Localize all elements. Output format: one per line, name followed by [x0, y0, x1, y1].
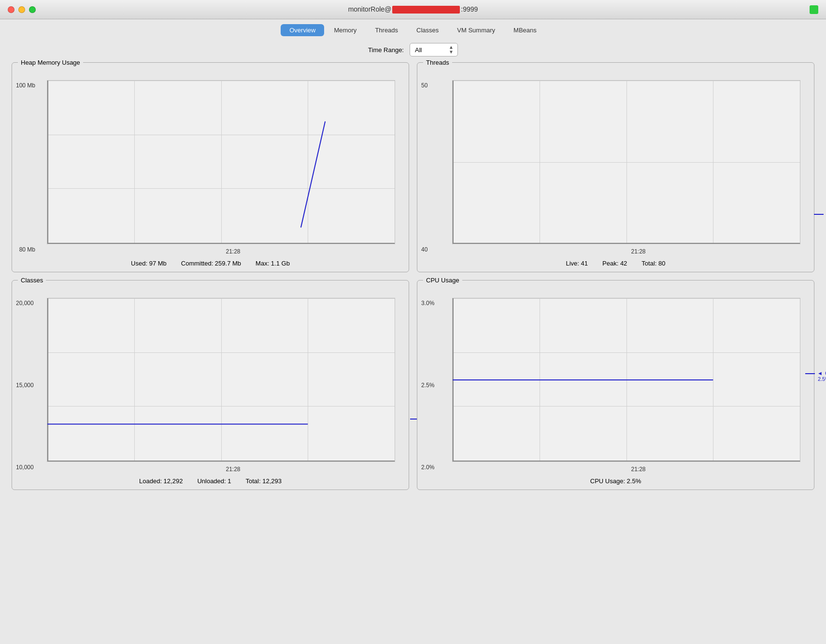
tab-mbeans[interactable]: MBeans: [505, 24, 545, 36]
cpu-summary: CPU Usage: 2.5%: [417, 473, 814, 490]
minimize-button[interactable]: [18, 6, 25, 13]
timerange-select[interactable]: All ▲ ▼: [410, 43, 458, 56]
c-grid-h-bot: [47, 462, 395, 462]
t-grid-v-3: [713, 81, 713, 244]
tab-memory[interactable]: Memory: [325, 24, 365, 36]
threads-wrapper: 50 40 ◄ Live threads: [417, 63, 814, 255]
tab-threads[interactable]: Threads: [366, 24, 407, 36]
timerange-value: All: [415, 46, 446, 54]
grid-h-bottom: [47, 244, 395, 244]
t-grid-v-1: [540, 81, 540, 244]
threads-panel: Threads 50 40: [417, 62, 814, 272]
timerange-arrows: ▲ ▼: [449, 45, 454, 55]
window-controls: [8, 6, 36, 13]
heap-summary: Used: 97 Mb Committed: 259.7 Mb Max: 1.1…: [12, 255, 409, 272]
classes-title: Classes: [18, 277, 46, 284]
threads-summary: Live: 41 Peak: 42 Total: 80: [417, 255, 814, 272]
tab-classes[interactable]: Classes: [408, 24, 447, 36]
classes-summary: Loaded: 12,292 Unloaded: 1 Total: 12,293: [12, 473, 409, 490]
classes-wrapper: 20,000 15,000 10,000: [12, 280, 409, 473]
tab-overview[interactable]: Overview: [281, 24, 324, 36]
heap-memory-wrapper: 100 Mb 80 Mb: [12, 63, 409, 255]
status-icon: [810, 5, 818, 14]
t-grid-v-2: [627, 81, 627, 244]
svg-line-0: [301, 122, 325, 228]
threads-x-axis: 21:28: [446, 248, 806, 255]
heap-memory-panel: Heap Memory Usage 100 Mb 80 Mb: [12, 62, 409, 272]
threads-chart-area: ◄ Live threads 41: [452, 80, 800, 244]
cpu-x-axis: 21:28: [446, 466, 806, 473]
titlebar: monitorRole@:9999: [0, 0, 826, 19]
threads-data-label: ◄ Live threads 41: [814, 211, 826, 223]
heap-y-axis: 100 Mb 80 Mb: [16, 80, 35, 255]
redacted-host: [392, 6, 460, 14]
t-axis-left: [453, 81, 454, 244]
classes-x-axis: 21:28: [41, 466, 401, 473]
heap-x-axis: 21:28: [41, 248, 401, 255]
close-button[interactable]: [8, 6, 14, 13]
tab-vm-summary[interactable]: VM Summary: [448, 24, 504, 36]
cpu-chart-area: ◄ CPU Usage 2.5%: [452, 298, 800, 462]
threads-title: Threads: [423, 59, 452, 66]
classes-chart-svg: [47, 298, 395, 462]
cpu-grid-h-bot: [453, 462, 800, 462]
classes-chart-area: ◄ Loaded 12,292: [47, 298, 395, 462]
t-grid-h-bot: [453, 244, 800, 244]
window-title: monitorRole@:9999: [348, 5, 478, 14]
tabbar: Overview Memory Threads Classes VM Summa…: [0, 19, 826, 40]
cpu-panel: CPU Usage 3.0% 2.5% 2.0%: [417, 280, 814, 490]
heap-memory-title: Heap Memory Usage: [18, 59, 83, 66]
cpu-wrapper: 3.0% 2.5% 2.0%: [417, 280, 814, 473]
cpu-title: CPU Usage: [423, 277, 462, 284]
timerange-row: Time Range: All ▲ ▼: [0, 43, 826, 56]
maximize-button[interactable]: [29, 6, 36, 13]
cpu-data-label: ◄ CPU Usage 2.5%: [805, 370, 826, 382]
heap-chart-area: ◄ Used 96,982,416: [47, 80, 395, 244]
main-grid: Heap Memory Usage 100 Mb 80 Mb: [0, 62, 826, 502]
classes-y-axis: 20,000 15,000 10,000: [16, 298, 34, 473]
classes-panel: Classes 20,000 15,000 10,000: [12, 280, 409, 490]
cpu-y-axis: 3.0% 2.5% 2.0%: [421, 298, 434, 473]
cpu-chart-svg: [453, 298, 800, 462]
threads-y-axis: 50 40: [421, 80, 427, 255]
heap-chart-svg: [47, 81, 395, 244]
timerange-label: Time Range:: [368, 46, 404, 54]
t-axis-bottom: [453, 243, 800, 244]
